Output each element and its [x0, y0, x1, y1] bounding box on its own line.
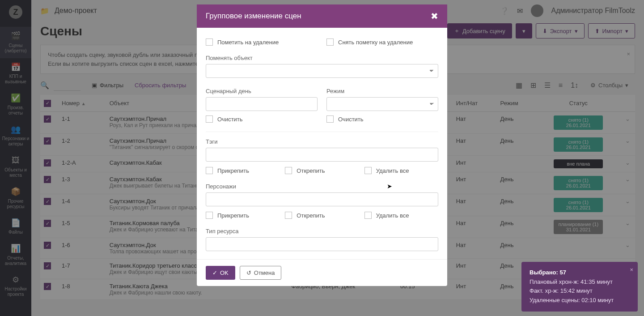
mode-label: Режим: [326, 88, 438, 94]
tags-input[interactable]: [206, 148, 438, 162]
resource-type-label: Тип ресурса: [206, 228, 438, 235]
script-day-label: Сценарный день: [206, 88, 318, 94]
change-object-select[interactable]: [206, 64, 438, 78]
ok-button[interactable]: ✓ OK: [206, 266, 235, 280]
characters-label: Персонажи: [206, 183, 438, 190]
cancel-button[interactable]: ↺ Отмена: [240, 266, 282, 280]
mode-select[interactable]: [326, 97, 438, 111]
toast-close-icon[interactable]: ×: [630, 265, 633, 275]
change-object-label: Поменять объект: [206, 55, 438, 61]
characters-input[interactable]: [206, 192, 438, 206]
chars-detach-checkbox[interactable]: [285, 212, 292, 219]
tags-delete-all-checkbox[interactable]: [364, 167, 372, 174]
chars-attach-checkbox[interactable]: [206, 212, 213, 219]
tags-label: Тэги: [206, 138, 438, 145]
bulk-edit-modal: Групповое изменение сцен ✖ Пометить на у…: [197, 4, 447, 286]
clear-mode-checkbox[interactable]: [326, 115, 334, 123]
unmark-delete-checkbox[interactable]: [326, 38, 334, 46]
mark-delete-checkbox[interactable]: [206, 38, 213, 46]
modal-close-icon[interactable]: ✖: [431, 11, 438, 21]
tags-attach-checkbox[interactable]: [206, 167, 213, 174]
clear-day-checkbox[interactable]: [206, 115, 213, 123]
selection-toast: × Выбрано: 57 Плановый хрон-ж: 41:35 мин…: [521, 262, 638, 312]
tags-detach-checkbox[interactable]: [285, 167, 292, 174]
resource-type-input[interactable]: [206, 237, 438, 251]
chars-delete-all-checkbox[interactable]: [364, 212, 372, 219]
modal-title: Групповое изменение сцен: [206, 12, 301, 21]
script-day-input[interactable]: [206, 97, 318, 111]
